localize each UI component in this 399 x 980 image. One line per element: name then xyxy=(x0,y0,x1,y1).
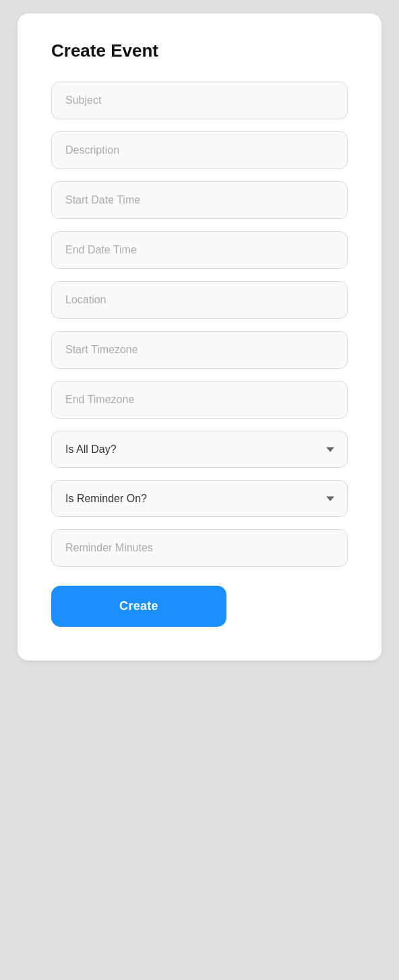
location-group xyxy=(51,281,348,319)
start-timezone-input[interactable] xyxy=(51,331,348,369)
start-timezone-group xyxy=(51,331,348,369)
end-date-time-group xyxy=(51,231,348,269)
create-button[interactable]: Create xyxy=(51,586,226,627)
end-timezone-input[interactable] xyxy=(51,381,348,419)
description-input[interactable] xyxy=(51,131,348,169)
page-title: Create Event xyxy=(51,40,348,61)
reminder-minutes-group xyxy=(51,529,348,567)
start-date-time-input[interactable] xyxy=(51,181,348,219)
is-reminder-on-select[interactable]: Is Reminder On? Yes No xyxy=(51,480,348,517)
end-date-time-input[interactable] xyxy=(51,231,348,269)
description-group xyxy=(51,131,348,169)
is-all-day-select[interactable]: Is All Day? Yes No xyxy=(51,431,348,468)
location-input[interactable] xyxy=(51,281,348,319)
start-date-time-group xyxy=(51,181,348,219)
is-all-day-group: Is All Day? Yes No xyxy=(51,431,348,468)
reminder-minutes-input[interactable] xyxy=(51,529,348,567)
create-event-card: Create Event Is All Day? Yes No Is Remin… xyxy=(18,13,381,661)
is-reminder-on-group: Is Reminder On? Yes No xyxy=(51,480,348,517)
end-timezone-group xyxy=(51,381,348,419)
subject-group xyxy=(51,82,348,119)
subject-input[interactable] xyxy=(51,82,348,119)
